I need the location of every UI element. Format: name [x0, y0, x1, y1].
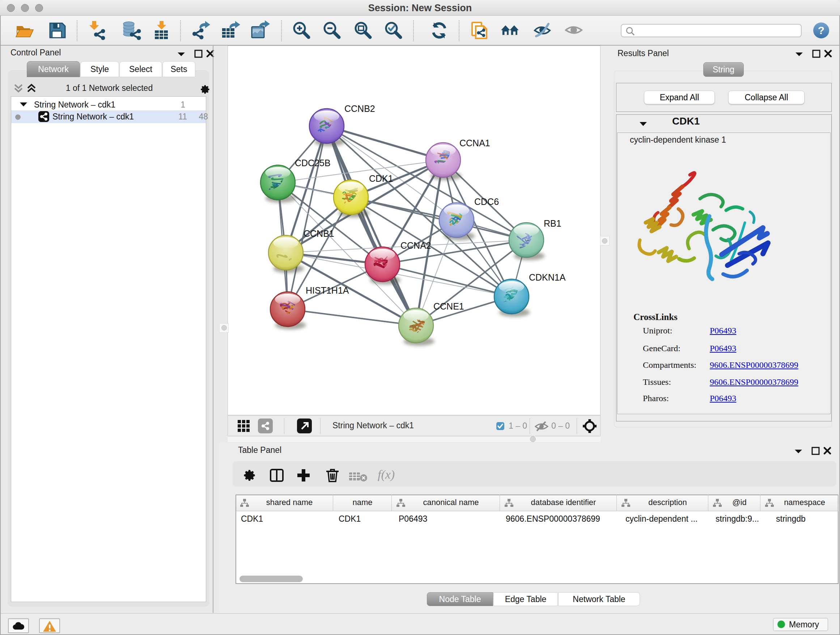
svg-text:CDK1: CDK1 [369, 173, 393, 184]
svg-text:CCNA2: CCNA2 [401, 241, 431, 250]
svg-text:CCNB2: CCNB2 [344, 103, 375, 114]
svg-text:RB1: RB1 [544, 218, 561, 228]
svg-text:CCNE1: CCNE1 [433, 301, 464, 311]
svg-text:CCNB1: CCNB1 [303, 228, 334, 239]
svg-text:CDC25B: CDC25B [295, 158, 331, 168]
svg-text:CDKN1A: CDKN1A [529, 272, 566, 282]
svg-text:HIST1H1A: HIST1H1A [306, 285, 349, 295]
svg-text:CDC6: CDC6 [474, 196, 499, 207]
svg-text:CCNA1: CCNA1 [459, 138, 490, 148]
svg-text:?: ? [818, 24, 824, 36]
